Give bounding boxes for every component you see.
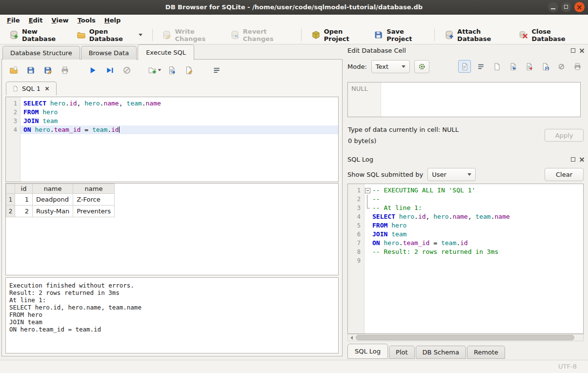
clear-log-button[interactable]: Clear bbox=[545, 168, 584, 181]
open-project-button[interactable]: Open Project bbox=[306, 25, 369, 45]
wrap-lines-button[interactable] bbox=[474, 60, 487, 73]
messages-pane[interactable]: Execution finished without errors.Result… bbox=[5, 277, 339, 353]
apply-button: Apply bbox=[545, 129, 584, 142]
editor-line: 3JOIN team bbox=[6, 117, 338, 125]
execute-sql-pane: SQL 1 1SELECT hero.id, hero.name, team.n… bbox=[1, 59, 343, 356]
message-line: JOIN team bbox=[9, 318, 338, 326]
dock-tab-remote[interactable]: Remote bbox=[467, 346, 505, 359]
message-line: Execution finished without errors. bbox=[9, 282, 338, 289]
close-database-button[interactable]: Close Database bbox=[513, 25, 584, 45]
result-cell[interactable]: Deadpond bbox=[33, 194, 73, 206]
open-query-tab-button[interactable] bbox=[148, 63, 161, 77]
message-line: ON hero.team_id = team.id bbox=[9, 326, 338, 333]
save-sql-file-icon bbox=[26, 66, 35, 75]
open-database-button[interactable]: Open Database bbox=[71, 25, 148, 45]
cell-editor[interactable]: NULL bbox=[347, 82, 581, 117]
tab-database-structure[interactable]: Database Structure bbox=[2, 46, 80, 60]
close-edit-cell-button[interactable] bbox=[579, 48, 585, 53]
line-number: 7 bbox=[348, 239, 365, 248]
cell-type-text: Type of data currently in cell: NULL bbox=[348, 126, 459, 133]
fold-collapse-icon[interactable] bbox=[365, 186, 371, 195]
row-header[interactable]: 1 bbox=[6, 194, 15, 206]
menu-view[interactable]: View bbox=[47, 16, 73, 25]
mode-label: Mode: bbox=[347, 63, 367, 70]
word-wrap-button[interactable] bbox=[210, 63, 223, 77]
message-line: SELECT hero.id, hero.name, team.name bbox=[9, 304, 338, 311]
float-icon bbox=[571, 48, 575, 53]
dock-tab-sql-log[interactable]: SQL Log bbox=[347, 344, 388, 359]
dock-tab-plot[interactable]: Plot bbox=[389, 346, 415, 359]
result-cell[interactable]: Preventers bbox=[73, 206, 115, 217]
line-number: 2 bbox=[348, 195, 365, 204]
save-data-button[interactable] bbox=[539, 60, 551, 73]
float-edit-cell-button[interactable] bbox=[570, 48, 576, 53]
right-dock: Edit Database Cell Mode: Text NULL Type … bbox=[344, 45, 588, 360]
text-view-button[interactable] bbox=[458, 60, 471, 73]
scrollbar-thumb[interactable] bbox=[356, 335, 574, 340]
sql-doc-tab-sql-1[interactable]: SQL 1 bbox=[6, 82, 57, 95]
results-grid[interactable]: idnamename11DeadpondZ-Force22Rusty-ManPr… bbox=[5, 183, 339, 275]
edit-sql-button[interactable] bbox=[182, 63, 195, 77]
tab-execute-sql[interactable]: Execute SQL bbox=[138, 44, 194, 60]
menu-file[interactable]: File bbox=[2, 16, 24, 25]
auto-switch-mode-button[interactable] bbox=[414, 60, 429, 73]
print-sql-icon bbox=[61, 66, 69, 75]
float-sql-log-button[interactable] bbox=[570, 157, 576, 162]
log-scrollbar[interactable] bbox=[347, 334, 584, 341]
chevron-down-icon bbox=[467, 173, 471, 176]
open-sql-file-button[interactable] bbox=[7, 63, 20, 77]
result-cell[interactable]: 1 bbox=[15, 194, 33, 206]
scrollbar-track[interactable] bbox=[355, 334, 583, 341]
save-sql-as-button[interactable] bbox=[41, 63, 54, 77]
import-data-button[interactable] bbox=[507, 60, 519, 73]
dock-tab-db-schema[interactable]: DB Schema bbox=[416, 346, 466, 359]
menu-tools[interactable]: Tools bbox=[73, 16, 100, 25]
sql-doc-tab-label: SQL 1 bbox=[22, 85, 41, 92]
text-cursor bbox=[119, 126, 120, 133]
sql-editor[interactable]: 1SELECT hero.id, hero.name, team.name2FR… bbox=[5, 97, 339, 182]
save-sql-file-button[interactable] bbox=[24, 63, 37, 77]
close-tab-icon[interactable] bbox=[44, 85, 50, 92]
toolbar-separator bbox=[434, 29, 435, 41]
export-data-button[interactable] bbox=[523, 60, 535, 73]
new-database-button[interactable]: New Database bbox=[4, 25, 71, 45]
column-header-name-2[interactable]: name bbox=[73, 184, 115, 194]
set-null-button[interactable] bbox=[555, 60, 568, 73]
print-cell-button[interactable] bbox=[571, 60, 584, 73]
revert-changes-button: Revert Changes bbox=[225, 25, 297, 45]
execute-current-line-button[interactable] bbox=[103, 63, 116, 77]
log-line: 1-- EXECUTING ALL IN 'SQL 1' bbox=[348, 186, 583, 195]
new-database-icon bbox=[9, 30, 19, 40]
app-window: DB Browser for SQLite - /home/user/code/… bbox=[0, 0, 588, 373]
result-cell[interactable]: Rusty-Man bbox=[33, 206, 73, 217]
attach-database-button[interactable]: Attach Database bbox=[439, 25, 513, 45]
save-project-button[interactable]: Save Project bbox=[368, 25, 430, 45]
mode-select[interactable]: Text bbox=[371, 60, 410, 73]
results-corner-cell[interactable] bbox=[6, 184, 15, 194]
fold-guide bbox=[365, 248, 371, 256]
tab-browse-data[interactable]: Browse Data bbox=[81, 46, 137, 60]
result-cell[interactable]: 2 bbox=[15, 206, 33, 217]
close-sql-log-button[interactable] bbox=[579, 157, 585, 162]
export-results-button[interactable] bbox=[165, 63, 178, 77]
sql-log-view[interactable]: 1-- EXECUTING ALL IN 'SQL 1'2--3-- At li… bbox=[347, 184, 584, 334]
column-header-id-0[interactable]: id bbox=[15, 184, 33, 194]
result-cell[interactable]: Z-Force bbox=[73, 194, 115, 206]
row-header[interactable]: 2 bbox=[6, 206, 15, 217]
save-project-icon bbox=[374, 30, 383, 40]
print-sql-button[interactable] bbox=[58, 63, 71, 77]
minimize-button[interactable] bbox=[548, 2, 558, 12]
sql-doc-tab-bar: SQL 1 bbox=[6, 82, 57, 95]
close-window-button[interactable] bbox=[574, 2, 585, 12]
print-cell-icon bbox=[573, 62, 582, 71]
open-in-editor-button[interactable] bbox=[490, 60, 503, 73]
log-filter-select[interactable]: User bbox=[427, 168, 476, 181]
menu-help[interactable]: Help bbox=[100, 16, 125, 25]
cell-size-text: 0 byte(s) bbox=[348, 137, 376, 145]
column-header-name-1[interactable]: name bbox=[33, 184, 73, 194]
maximize-button[interactable] bbox=[561, 2, 571, 12]
line-number: 1 bbox=[348, 186, 365, 195]
execute-all-button[interactable] bbox=[86, 63, 99, 77]
menu-edit[interactable]: Edit bbox=[24, 16, 47, 25]
scroll-left-icon[interactable] bbox=[348, 334, 355, 341]
